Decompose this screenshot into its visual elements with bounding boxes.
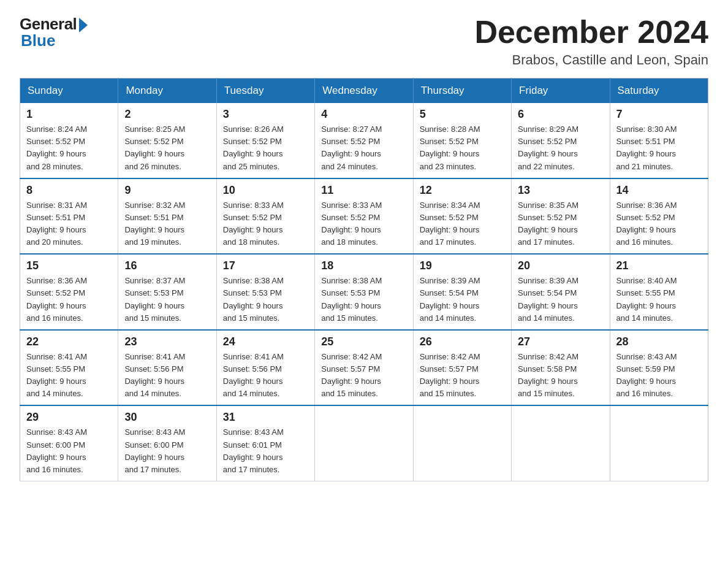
calendar-day-cell: 29Sunrise: 8:43 AMSunset: 6:00 PMDayligh… (20, 405, 118, 481)
day-info: Sunrise: 8:30 AMSunset: 5:51 PMDaylight:… (616, 123, 702, 173)
calendar-day-cell: 9Sunrise: 8:32 AMSunset: 5:51 PMDaylight… (118, 178, 216, 255)
day-number: 20 (518, 259, 603, 272)
weekday-header-sunday: Sunday (20, 79, 118, 104)
logo: General Blue (20, 15, 88, 50)
day-number: 19 (420, 259, 505, 272)
day-info: Sunrise: 8:40 AMSunset: 5:55 PMDaylight:… (616, 275, 702, 324)
day-info: Sunrise: 8:39 AMSunset: 5:54 PMDaylight:… (420, 275, 505, 324)
day-info: Sunrise: 8:38 AMSunset: 5:53 PMDaylight:… (223, 275, 308, 324)
calendar-day-cell: 23Sunrise: 8:41 AMSunset: 5:56 PMDayligh… (118, 330, 216, 406)
day-number: 16 (124, 259, 210, 272)
day-info: Sunrise: 8:33 AMSunset: 5:52 PMDaylight:… (321, 199, 406, 249)
calendar-day-cell: 14Sunrise: 8:36 AMSunset: 5:52 PMDayligh… (610, 178, 708, 255)
calendar-empty-cell (610, 405, 708, 481)
day-number: 1 (26, 108, 112, 121)
day-info: Sunrise: 8:37 AMSunset: 5:53 PMDaylight:… (124, 275, 210, 324)
day-info: Sunrise: 8:25 AMSunset: 5:52 PMDaylight:… (124, 123, 210, 173)
calendar-day-cell: 28Sunrise: 8:43 AMSunset: 5:59 PMDayligh… (610, 330, 708, 406)
calendar-day-cell: 18Sunrise: 8:38 AMSunset: 5:53 PMDayligh… (315, 254, 413, 330)
day-number: 29 (26, 411, 112, 424)
day-info: Sunrise: 8:36 AMSunset: 5:52 PMDaylight:… (26, 275, 112, 324)
day-number: 6 (518, 108, 603, 121)
day-number: 15 (26, 259, 112, 272)
calendar-day-cell: 4Sunrise: 8:27 AMSunset: 5:52 PMDaylight… (315, 103, 413, 178)
calendar-empty-cell (512, 405, 610, 481)
day-number: 26 (420, 335, 505, 348)
calendar-week-row: 22Sunrise: 8:41 AMSunset: 5:55 PMDayligh… (20, 330, 708, 406)
logo-arrow-icon (79, 18, 88, 33)
day-info: Sunrise: 8:36 AMSunset: 5:52 PMDaylight:… (616, 199, 702, 249)
day-info: Sunrise: 8:39 AMSunset: 5:54 PMDaylight:… (518, 275, 603, 324)
day-info: Sunrise: 8:43 AMSunset: 6:00 PMDaylight:… (26, 426, 112, 476)
calendar-week-row: 8Sunrise: 8:31 AMSunset: 5:51 PMDaylight… (20, 178, 708, 255)
month-title: December 2024 (474, 15, 708, 50)
day-number: 22 (26, 335, 112, 348)
day-number: 14 (616, 184, 702, 197)
day-number: 11 (321, 184, 406, 197)
day-number: 27 (518, 335, 603, 348)
logo-blue-text: Blue (21, 31, 55, 50)
calendar-day-cell: 7Sunrise: 8:30 AMSunset: 5:51 PMDaylight… (610, 103, 708, 178)
day-number: 21 (616, 259, 702, 272)
day-number: 25 (321, 335, 406, 348)
calendar-day-cell: 8Sunrise: 8:31 AMSunset: 5:51 PMDaylight… (20, 178, 118, 255)
day-info: Sunrise: 8:42 AMSunset: 5:58 PMDaylight:… (518, 351, 603, 400)
day-info: Sunrise: 8:43 AMSunset: 6:01 PMDaylight:… (223, 426, 308, 476)
day-info: Sunrise: 8:27 AMSunset: 5:52 PMDaylight:… (321, 123, 406, 173)
calendar-day-cell: 2Sunrise: 8:25 AMSunset: 5:52 PMDaylight… (118, 103, 216, 178)
calendar-day-cell: 30Sunrise: 8:43 AMSunset: 6:00 PMDayligh… (118, 405, 216, 481)
day-info: Sunrise: 8:42 AMSunset: 5:57 PMDaylight:… (420, 351, 505, 400)
calendar-day-cell: 26Sunrise: 8:42 AMSunset: 5:57 PMDayligh… (413, 330, 511, 406)
calendar-day-cell: 27Sunrise: 8:42 AMSunset: 5:58 PMDayligh… (512, 330, 610, 406)
calendar-day-cell: 21Sunrise: 8:40 AMSunset: 5:55 PMDayligh… (610, 254, 708, 330)
calendar-day-cell: 11Sunrise: 8:33 AMSunset: 5:52 PMDayligh… (315, 178, 413, 255)
location-title: Brabos, Castille and Leon, Spain (474, 52, 708, 68)
calendar-day-cell: 1Sunrise: 8:24 AMSunset: 5:52 PMDaylight… (20, 103, 118, 178)
calendar-day-cell: 12Sunrise: 8:34 AMSunset: 5:52 PMDayligh… (413, 178, 511, 255)
day-info: Sunrise: 8:35 AMSunset: 5:52 PMDaylight:… (518, 199, 603, 249)
day-number: 2 (124, 108, 210, 121)
calendar-empty-cell (315, 405, 413, 481)
calendar-day-cell: 15Sunrise: 8:36 AMSunset: 5:52 PMDayligh… (20, 254, 118, 330)
day-info: Sunrise: 8:24 AMSunset: 5:52 PMDaylight:… (26, 123, 112, 173)
calendar-day-cell: 10Sunrise: 8:33 AMSunset: 5:52 PMDayligh… (216, 178, 314, 255)
day-info: Sunrise: 8:41 AMSunset: 5:56 PMDaylight:… (124, 351, 210, 400)
calendar-day-cell: 5Sunrise: 8:28 AMSunset: 5:52 PMDaylight… (413, 103, 511, 178)
calendar-day-cell: 31Sunrise: 8:43 AMSunset: 6:01 PMDayligh… (216, 405, 314, 481)
weekday-header-tuesday: Tuesday (216, 79, 314, 104)
day-number: 30 (124, 411, 210, 424)
calendar-empty-cell (413, 405, 511, 481)
day-number: 13 (518, 184, 603, 197)
day-info: Sunrise: 8:41 AMSunset: 5:56 PMDaylight:… (223, 351, 308, 400)
calendar-day-cell: 20Sunrise: 8:39 AMSunset: 5:54 PMDayligh… (512, 254, 610, 330)
calendar-day-cell: 22Sunrise: 8:41 AMSunset: 5:55 PMDayligh… (20, 330, 118, 406)
day-info: Sunrise: 8:33 AMSunset: 5:52 PMDaylight:… (223, 199, 308, 249)
weekday-header-saturday: Saturday (610, 79, 708, 104)
day-info: Sunrise: 8:43 AMSunset: 5:59 PMDaylight:… (616, 351, 702, 400)
day-info: Sunrise: 8:26 AMSunset: 5:52 PMDaylight:… (223, 123, 308, 173)
calendar-day-cell: 6Sunrise: 8:29 AMSunset: 5:52 PMDaylight… (512, 103, 610, 178)
weekday-header-friday: Friday (512, 79, 610, 104)
title-block: December 2024 Brabos, Castille and Leon,… (474, 15, 708, 68)
day-number: 17 (223, 259, 308, 272)
weekday-header-row: SundayMondayTuesdayWednesdayThursdayFrid… (20, 79, 708, 104)
day-info: Sunrise: 8:43 AMSunset: 6:00 PMDaylight:… (124, 426, 210, 476)
calendar-week-row: 15Sunrise: 8:36 AMSunset: 5:52 PMDayligh… (20, 254, 708, 330)
day-number: 23 (124, 335, 210, 348)
weekday-header-monday: Monday (118, 79, 216, 104)
day-number: 12 (420, 184, 505, 197)
day-number: 4 (321, 108, 406, 121)
calendar-day-cell: 19Sunrise: 8:39 AMSunset: 5:54 PMDayligh… (413, 254, 511, 330)
day-info: Sunrise: 8:28 AMSunset: 5:52 PMDaylight:… (420, 123, 505, 173)
calendar-day-cell: 17Sunrise: 8:38 AMSunset: 5:53 PMDayligh… (216, 254, 314, 330)
day-number: 28 (616, 335, 702, 348)
calendar-week-row: 29Sunrise: 8:43 AMSunset: 6:00 PMDayligh… (20, 405, 708, 481)
weekday-header-wednesday: Wednesday (315, 79, 413, 104)
calendar-week-row: 1Sunrise: 8:24 AMSunset: 5:52 PMDaylight… (20, 103, 708, 178)
day-info: Sunrise: 8:32 AMSunset: 5:51 PMDaylight:… (124, 199, 210, 249)
day-number: 24 (223, 335, 308, 348)
day-number: 18 (321, 259, 406, 272)
calendar-table: SundayMondayTuesdayWednesdayThursdayFrid… (20, 78, 708, 481)
day-number: 7 (616, 108, 702, 121)
weekday-header-thursday: Thursday (413, 79, 511, 104)
